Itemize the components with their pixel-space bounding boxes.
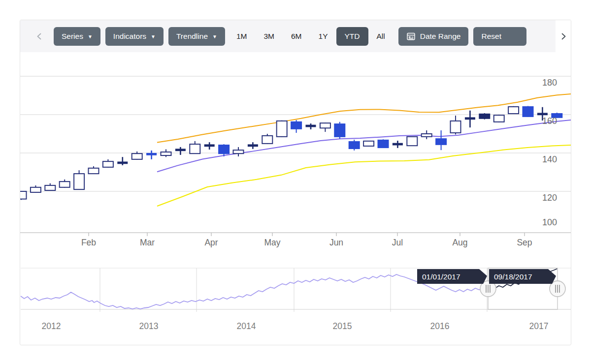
navigator-start-date-tooltip: 01/01/2017	[417, 269, 487, 284]
chevron-left-icon	[35, 32, 44, 41]
candle-body	[436, 139, 446, 145]
svg-text:160: 160	[542, 116, 557, 126]
candle-body	[494, 115, 504, 122]
caret-down-icon: ▼	[88, 34, 93, 39]
svg-text:Jun: Jun	[329, 238, 343, 247]
candle-body	[89, 168, 99, 174]
candle-body	[479, 114, 490, 119]
candle-body	[407, 137, 417, 146]
svg-text:01/01/2017: 01/01/2017	[422, 273, 460, 281]
candle-doji-bar	[306, 125, 316, 127]
svg-text:2013: 2013	[139, 321, 159, 331]
candle-body	[422, 134, 432, 137]
y-gridlines	[20, 76, 571, 191]
candlestick-chart: FebMarAprMayJunJulAugSep180160140120100	[20, 52, 571, 249]
candle-doji-bar	[248, 144, 258, 147]
candle-body	[103, 161, 113, 167]
svg-text:120: 120	[542, 193, 557, 203]
candle-body	[20, 191, 27, 199]
candle-body	[277, 121, 287, 137]
candle-body	[523, 107, 533, 117]
svg-text:Jul: Jul	[392, 238, 403, 247]
reset-label: Reset	[481, 32, 501, 41]
candle-body	[320, 123, 330, 128]
indicators-dropdown-button[interactable]: Indicators ▼	[105, 27, 164, 46]
candle-body	[233, 150, 244, 153]
toolbar-scroll-right-button[interactable]	[557, 27, 570, 46]
svg-text:Apr: Apr	[204, 238, 218, 247]
candle-body	[334, 124, 345, 137]
main-chart-area[interactable]: FebMarAprMayJunJulAugSep180160140120100	[20, 52, 571, 249]
navigator-year-labels: 201220132014201520162017	[42, 321, 549, 331]
x-axis-labels: FebMarAprMayJunJulAugSep	[81, 233, 532, 247]
svg-text:2015: 2015	[333, 321, 352, 331]
navigator-end-date-tooltip: 09/18/2017	[489, 269, 556, 284]
range-navigator: 01/01/201709/18/201720122013201420152016…	[20, 249, 571, 345]
period-button-3m[interactable]: 3M	[255, 27, 283, 46]
svg-text:09/18/2017: 09/18/2017	[494, 273, 532, 281]
y-axis-labels: 180160140120100	[542, 78, 557, 227]
trendline-dropdown-button[interactable]: Trendline ▼	[168, 27, 225, 46]
svg-text:Feb: Feb	[81, 238, 96, 247]
series-dropdown-label: Series	[62, 32, 83, 41]
period-button-6m[interactable]: 6M	[283, 27, 310, 46]
toolbar-scroll-right-strip	[556, 20, 571, 52]
candle-body	[31, 187, 41, 192]
svg-text:May: May	[264, 238, 280, 247]
period-button-1y[interactable]: 1Y	[310, 27, 336, 46]
stock-chart-card: Series ▼ Indicators ▼ Trendline ▼ 1M3M6M…	[20, 20, 571, 345]
candle-body	[190, 144, 200, 153]
candle-doji-bar	[393, 143, 403, 146]
lower-band-line	[157, 145, 571, 206]
svg-text:2017: 2017	[529, 321, 549, 331]
candle-body	[60, 182, 70, 187]
caret-down-icon: ▼	[151, 34, 156, 39]
period-button-ytd[interactable]: YTD	[336, 27, 368, 46]
date-range-label: Date Range	[420, 32, 461, 41]
period-button-1m[interactable]: 1M	[228, 27, 256, 46]
candle-doji-bar	[537, 113, 548, 115]
range-navigator-area[interactable]: 01/01/201709/18/201720122013201420152016…	[20, 249, 571, 345]
svg-text:100: 100	[542, 217, 557, 227]
toolbar-scroll-left-button[interactable]	[30, 27, 49, 46]
svg-text:180: 180	[542, 78, 557, 88]
indicators-dropdown-label: Indicators	[113, 32, 146, 41]
candle-body	[363, 141, 374, 146]
candle-doji-bar	[175, 149, 186, 151]
candle-doji-bar	[117, 161, 128, 164]
svg-text:Aug: Aug	[452, 238, 467, 247]
svg-text:2012: 2012	[42, 321, 61, 331]
caret-down-icon: ▼	[212, 34, 217, 39]
candle-body	[45, 185, 55, 190]
period-button-all[interactable]: All	[368, 27, 394, 46]
candle-body	[508, 107, 519, 114]
candle-doji-bar	[146, 153, 157, 155]
svg-text:140: 140	[542, 154, 557, 164]
candle-body	[132, 153, 142, 159]
svg-text:2016: 2016	[430, 321, 450, 331]
svg-text:2014: 2014	[237, 321, 256, 331]
candle-body	[451, 121, 461, 133]
series-dropdown-button[interactable]: Series ▼	[54, 27, 100, 46]
date-range-button[interactable]: Date Range	[398, 27, 469, 46]
period-selector-group: 1M3M6M1YYTDAll	[228, 27, 394, 46]
candle-body	[74, 174, 84, 189]
svg-text:Sep: Sep	[517, 238, 532, 247]
chevron-right-icon	[559, 32, 568, 41]
candle-body	[219, 145, 229, 153]
upper-band-line	[157, 94, 571, 143]
candle-body	[262, 136, 272, 144]
candle-body	[378, 140, 389, 148]
calendar-icon	[406, 31, 416, 41]
reset-button[interactable]: Reset	[473, 27, 526, 46]
candle-body	[291, 122, 301, 129]
trendline-dropdown-label: Trendline	[176, 32, 208, 41]
stock-chart-toolbar: Series ▼ Indicators ▼ Trendline ▼ 1M3M6M…	[20, 20, 571, 52]
candle-body	[349, 142, 360, 149]
candle-doji-bar	[204, 144, 215, 147]
svg-text:Mar: Mar	[140, 238, 155, 247]
candle-doji-bar	[465, 117, 475, 120]
candle-body	[161, 152, 171, 155]
